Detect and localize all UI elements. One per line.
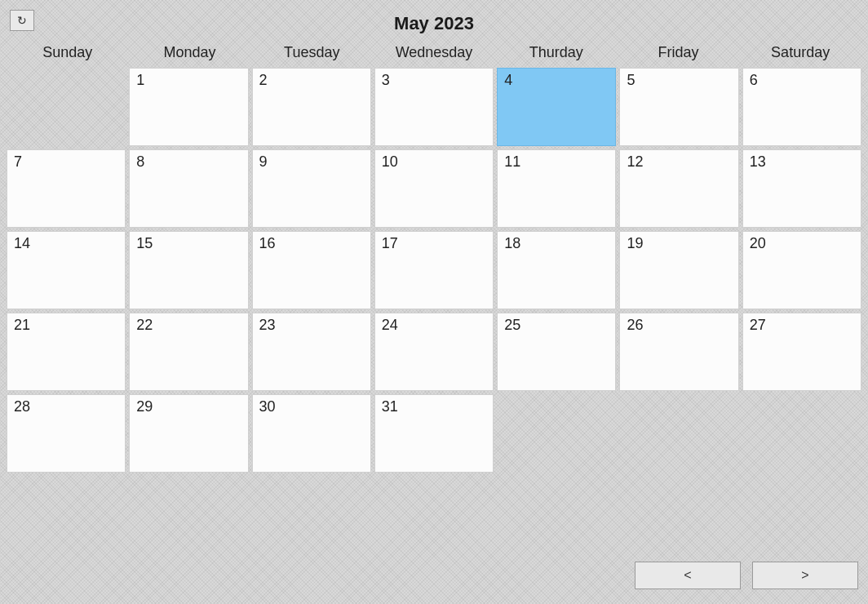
day-number: 10: [382, 153, 398, 171]
day-number: 31: [382, 398, 398, 415]
weekday-label: Tuesday: [250, 42, 373, 63]
weekday-label: Wednesday: [373, 42, 495, 63]
month-title: May 2023: [0, 0, 868, 34]
day-cell[interactable]: 25: [497, 313, 616, 391]
day-cell[interactable]: 24: [374, 313, 494, 391]
refresh-icon: ↻: [17, 15, 27, 26]
day-cell[interactable]: 20: [742, 231, 861, 309]
day-cell[interactable]: 9: [252, 149, 371, 228]
day-cell[interactable]: 15: [129, 231, 248, 309]
day-number: 24: [382, 317, 398, 334]
day-cell[interactable]: 6: [742, 68, 861, 146]
day-cell[interactable]: 28: [7, 394, 126, 473]
day-number: 20: [750, 235, 766, 252]
day-number: 19: [627, 235, 643, 252]
day-cell[interactable]: 18: [497, 231, 616, 309]
day-cell[interactable]: 14: [7, 231, 126, 309]
weekday-label: Sunday: [7, 42, 129, 63]
day-number: 7: [14, 153, 22, 171]
day-cell[interactable]: 26: [619, 313, 738, 391]
day-number: 2: [259, 72, 268, 89]
day-cell[interactable]: 16: [252, 231, 371, 309]
day-number: 13: [750, 153, 766, 171]
day-cell[interactable]: 27: [742, 313, 861, 391]
day-cell[interactable]: 13: [742, 149, 861, 228]
day-number: 29: [136, 398, 153, 415]
day-cell[interactable]: 12: [619, 149, 738, 228]
day-cell[interactable]: 2: [252, 68, 371, 146]
day-cell[interactable]: 1: [129, 68, 248, 146]
day-cell[interactable]: 19: [619, 231, 738, 309]
weekday-label: Monday: [129, 42, 251, 63]
day-number: 30: [259, 398, 276, 415]
day-cell[interactable]: 3: [374, 68, 494, 146]
month-nav: < >: [635, 562, 858, 589]
weekday-label: Friday: [618, 42, 740, 63]
day-grid: 1234567891011121314151617181920212223242…: [7, 68, 861, 473]
next-month-button[interactable]: >: [752, 562, 858, 589]
day-number: 28: [14, 398, 30, 415]
weekday-label: Thurday: [495, 42, 618, 63]
day-number: 25: [504, 317, 520, 334]
day-number: 8: [136, 153, 144, 171]
day-cell[interactable]: 11: [497, 149, 616, 228]
calendar: Sunday Monday Tuesday Wednesday Thurday …: [7, 39, 861, 473]
day-cell[interactable]: 4: [497, 68, 616, 146]
day-cell[interactable]: 17: [374, 231, 494, 309]
day-cell[interactable]: 23: [252, 313, 371, 391]
day-number: 3: [382, 72, 390, 89]
day-number: 17: [382, 235, 398, 252]
weekday-header: Sunday Monday Tuesday Wednesday Thurday …: [7, 39, 861, 68]
day-number: 14: [14, 235, 30, 252]
day-number: 22: [136, 317, 153, 334]
prev-month-button[interactable]: <: [635, 562, 741, 589]
day-number: 4: [504, 72, 512, 89]
day-cell[interactable]: 22: [129, 313, 248, 391]
day-number: 11: [504, 153, 520, 171]
refresh-button[interactable]: ↻: [10, 10, 34, 31]
day-cell[interactable]: 21: [7, 313, 126, 391]
day-number: 1: [136, 72, 144, 89]
day-cell[interactable]: 8: [129, 149, 248, 228]
weekday-label: Saturday: [739, 42, 861, 63]
day-number: 5: [627, 72, 635, 89]
day-cell[interactable]: 7: [7, 149, 126, 228]
day-number: 27: [750, 317, 766, 334]
day-cell[interactable]: 31: [374, 394, 494, 473]
day-number: 21: [14, 317, 30, 334]
day-number: 16: [259, 235, 276, 252]
day-cell[interactable]: 30: [252, 394, 371, 473]
day-cell[interactable]: 5: [619, 68, 738, 146]
day-number: 18: [504, 235, 520, 252]
day-number: 12: [627, 153, 643, 171]
day-number: 6: [750, 72, 758, 89]
day-number: 9: [259, 153, 268, 171]
day-number: 26: [627, 317, 643, 334]
day-cell[interactable]: 10: [374, 149, 494, 228]
day-number: 23: [259, 317, 276, 334]
day-cell-blank: [7, 68, 126, 146]
calendar-app: ↻ May 2023 Sunday Monday Tuesday Wednesd…: [0, 0, 868, 604]
day-cell[interactable]: 29: [129, 394, 248, 473]
day-number: 15: [136, 235, 153, 252]
